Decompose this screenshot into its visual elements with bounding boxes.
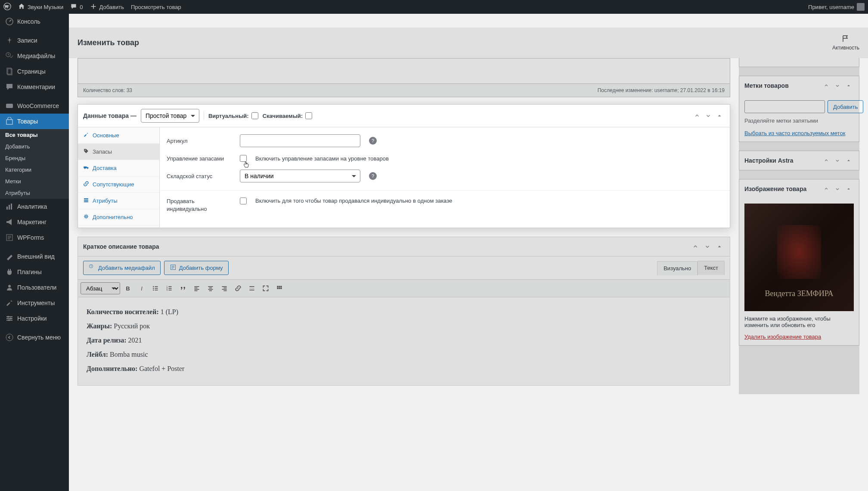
panel-toggle-icon[interactable]: [843, 155, 854, 166]
panel-toggle-icon[interactable]: [714, 111, 725, 121]
svg-point-11: [8, 285, 11, 287]
sidebar-sub-categories[interactable]: Категории: [0, 164, 69, 176]
sidebar-sub-tags[interactable]: Метки: [0, 176, 69, 187]
stock-status-select[interactable]: В наличии: [240, 170, 360, 182]
stock-status-row: Складской статус В наличии ?: [167, 170, 723, 182]
panel-toggle-icon[interactable]: [714, 241, 725, 252]
align-right-button[interactable]: [218, 282, 230, 294]
sidebar-item-appearance[interactable]: Внешний вид: [0, 249, 69, 264]
wrench-icon: [83, 132, 89, 139]
downloadable-checkbox[interactable]: [305, 112, 312, 119]
panel-up-icon[interactable]: [690, 241, 701, 252]
delete-image-link[interactable]: Удалить изображение товара: [744, 334, 821, 340]
sidebar-item-products[interactable]: Товары: [0, 114, 69, 129]
sidebar-item-users[interactable]: Пользователи: [0, 280, 69, 295]
svg-rect-47: [208, 289, 213, 290]
number-list-button[interactable]: 123: [163, 282, 175, 294]
sidebar-sub-add[interactable]: Добавить: [0, 141, 69, 152]
sidebar-item-media[interactable]: Медиафайлы: [0, 48, 69, 64]
downloadable-checkbox-label[interactable]: Скачиваемый:: [263, 112, 313, 119]
pd-tab-advanced[interactable]: Дополнительно: [78, 209, 159, 225]
sold-individually-label: Продавать индивидуально: [167, 198, 231, 213]
italic-button[interactable]: I: [136, 282, 148, 294]
wp-logo-link[interactable]: [3, 3, 11, 12]
add-media-button[interactable]: Добавить медиафайл: [83, 261, 161, 275]
format-select[interactable]: Абзац: [81, 282, 120, 294]
sidebar-sub-all-products[interactable]: Все товары: [0, 129, 69, 141]
panel-up-icon[interactable]: [692, 111, 702, 121]
sidebar-item-dashboard[interactable]: Консоль: [0, 14, 69, 29]
sidebar-item-woocommerce[interactable]: WooCommerce: [0, 98, 69, 114]
sidebar-item-pages[interactable]: Страницы: [0, 64, 69, 79]
pages-icon: [5, 67, 14, 76]
panel-down-icon[interactable]: [832, 155, 843, 166]
product-type-select[interactable]: Простой товар: [141, 109, 199, 123]
sidebar-item-analytics[interactable]: Аналитика: [0, 199, 69, 214]
sidebar-sub-attributes[interactable]: Атрибуты: [0, 187, 69, 199]
sidebar-item-plugins[interactable]: Плагины: [0, 264, 69, 280]
desc-label: Лейбл:: [87, 351, 108, 358]
panel-up-icon[interactable]: [821, 184, 831, 194]
panel-up-icon[interactable]: [821, 80, 831, 91]
view-product-link[interactable]: Просмотреть товар: [131, 4, 181, 10]
tag-input[interactable]: [744, 100, 825, 113]
add-tag-button[interactable]: Добавить: [828, 100, 863, 113]
toolbar-toggle-button[interactable]: [273, 282, 285, 294]
sidebar-label: WooCommerce: [17, 102, 59, 109]
quote-button[interactable]: [177, 282, 189, 294]
sidebar-item-collapse[interactable]: Свернуть меню: [0, 330, 69, 345]
sidebar-item-comments[interactable]: Комментарии: [0, 79, 69, 95]
comment-icon: [5, 83, 14, 91]
sidebar-item-settings[interactable]: Настройки: [0, 311, 69, 326]
product-image[interactable]: Вендетта ЗЕМФИРА: [744, 204, 854, 311]
sidebar-label: Маркетинг: [17, 219, 46, 225]
link-button[interactable]: [232, 282, 244, 294]
pd-tab-linked[interactable]: Сопутствующие: [78, 176, 159, 193]
panel-down-icon[interactable]: [703, 111, 713, 121]
sidebar-sub-brands[interactable]: Бренды: [0, 152, 69, 164]
sidebar-item-marketing[interactable]: Маркетинг: [0, 214, 69, 230]
insert-more-button[interactable]: [246, 282, 258, 294]
virtual-checkbox[interactable]: [251, 112, 258, 119]
sold-individually-checkbox[interactable]: [240, 198, 247, 204]
panel-up-icon[interactable]: [821, 155, 831, 166]
pd-tab-attributes[interactable]: Атрибуты: [78, 193, 159, 209]
pd-tab-general[interactable]: Основные: [78, 127, 159, 144]
sku-input[interactable]: [240, 134, 360, 147]
sidebar-item-posts[interactable]: Записи: [0, 33, 69, 48]
comments-link[interactable]: 0: [70, 3, 83, 11]
site-name-link[interactable]: Звуки Музыки: [18, 3, 63, 11]
stock-mgmt-label: Управление запасами: [167, 155, 231, 162]
bold-button[interactable]: B: [122, 282, 134, 294]
panel-down-icon[interactable]: [832, 80, 843, 91]
help-icon[interactable]: ?: [369, 172, 377, 180]
svg-point-15: [7, 316, 9, 318]
add-form-button[interactable]: Добавить форму: [164, 261, 229, 275]
greeting-link[interactable]: Привет, username: [808, 3, 865, 11]
stock-mgmt-checkbox[interactable]: [240, 155, 247, 162]
bullet-list-button[interactable]: [149, 282, 161, 294]
editor-content[interactable]: Количество носителей: 1 (LP) Жанры: Русс…: [78, 297, 730, 385]
choose-tags-link[interactable]: Выбрать из часто используемых меток: [744, 130, 845, 136]
pd-tab-label: Доставка: [93, 165, 117, 171]
align-center-button[interactable]: [205, 282, 217, 294]
activity-button[interactable]: Активность: [832, 34, 859, 51]
pd-tab-inventory[interactable]: Запасы: [78, 144, 159, 160]
pd-tab-shipping[interactable]: Доставка: [78, 160, 159, 176]
add-new-link[interactable]: Добавить: [90, 3, 124, 11]
panel-down-icon[interactable]: [702, 241, 713, 252]
desc-value: Русский рок: [114, 322, 150, 330]
virtual-checkbox-label[interactable]: Виртуальный:: [208, 112, 258, 119]
editor-tab-text[interactable]: Текст: [698, 261, 725, 275]
panel-toggle-icon[interactable]: [843, 80, 854, 91]
sidebar-item-tools[interactable]: Инструменты: [0, 295, 69, 311]
panel-down-icon[interactable]: [832, 184, 843, 194]
align-left-button[interactable]: [191, 282, 203, 294]
sidebar-item-wpforms[interactable]: WPForms: [0, 230, 69, 245]
product-data-fields: Артикул ? Управление запасами Включить у…: [160, 127, 730, 228]
panel-toggle-icon[interactable]: [843, 184, 854, 194]
editor-tab-visual[interactable]: Визуально: [657, 261, 698, 275]
fullscreen-button[interactable]: [260, 282, 272, 294]
sidebar-label: Аналитика: [17, 203, 47, 210]
help-icon[interactable]: ?: [369, 137, 377, 145]
